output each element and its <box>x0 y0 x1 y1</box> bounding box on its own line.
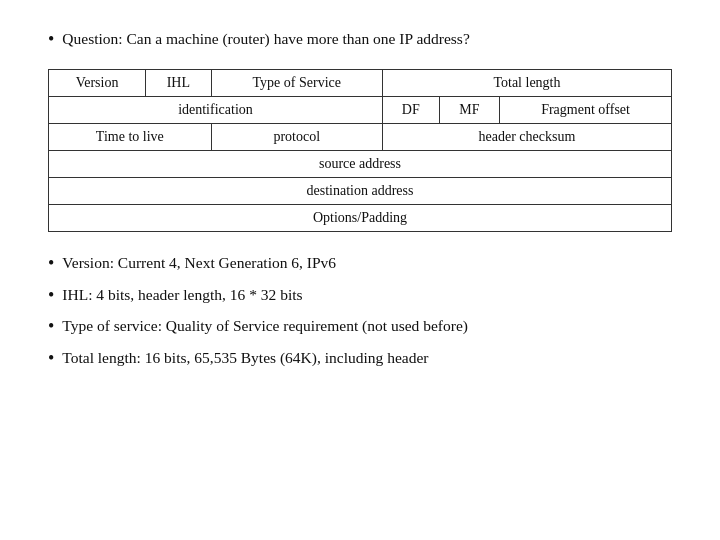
top-bullet-text: Question: Can a machine (router) have mo… <box>62 28 469 50</box>
bullet-2: • IHL: 4 bits, header length, 16 * 32 bi… <box>48 284 672 307</box>
bullet-1: • Version: Current 4, Next Generation 6,… <box>48 252 672 275</box>
bullet-dot-1: • <box>48 252 54 275</box>
cell-ihl: IHL <box>146 70 212 97</box>
bullet-text-2: IHL: 4 bits, header length, 16 * 32 bits <box>62 284 302 306</box>
cell-total-length: Total length <box>382 70 671 97</box>
table-row-3: Time to live protocol header checksum <box>49 124 672 151</box>
table-row-5: destination address <box>49 178 672 205</box>
table-row-6: Options/Padding <box>49 205 672 232</box>
bullet-dot-4: • <box>48 347 54 370</box>
bullet-dot-top: • <box>48 28 54 51</box>
cell-identification: identification <box>49 97 383 124</box>
ip-header-table-wrapper: Version IHL Type of Service Total length… <box>48 69 672 232</box>
cell-type-of-service: Type of Service <box>211 70 382 97</box>
cell-protocol: protocol <box>211 124 382 151</box>
cell-options-padding: Options/Padding <box>49 205 672 232</box>
cell-mf: MF <box>439 97 499 124</box>
bullet-dot-2: • <box>48 284 54 307</box>
cell-time-to-live: Time to live <box>49 124 212 151</box>
cell-df: DF <box>382 97 439 124</box>
cell-version: Version <box>49 70 146 97</box>
table-row-4: source address <box>49 151 672 178</box>
bottom-bullets: • Version: Current 4, Next Generation 6,… <box>48 252 672 370</box>
bullet-dot-3: • <box>48 315 54 338</box>
ip-header-table: Version IHL Type of Service Total length… <box>48 69 672 232</box>
cell-header-checksum: header checksum <box>382 124 671 151</box>
cell-destination-address: destination address <box>49 178 672 205</box>
slide: • Question: Can a machine (router) have … <box>0 0 720 540</box>
top-bullet: • Question: Can a machine (router) have … <box>48 28 672 51</box>
bullet-text-4: Total length: 16 bits, 65,535 Bytes (64K… <box>62 347 428 369</box>
bullet-4: • Total length: 16 bits, 65,535 Bytes (6… <box>48 347 672 370</box>
table-row-2: identification DF MF Fragment offset <box>49 97 672 124</box>
bullet-text-1: Version: Current 4, Next Generation 6, I… <box>62 252 336 274</box>
cell-fragment-offset: Fragment offset <box>500 97 672 124</box>
bullet-text-3: Type of service: Quality of Service requ… <box>62 315 468 337</box>
table-row-1: Version IHL Type of Service Total length <box>49 70 672 97</box>
bullet-3: • Type of service: Quality of Service re… <box>48 315 672 338</box>
cell-source-address: source address <box>49 151 672 178</box>
